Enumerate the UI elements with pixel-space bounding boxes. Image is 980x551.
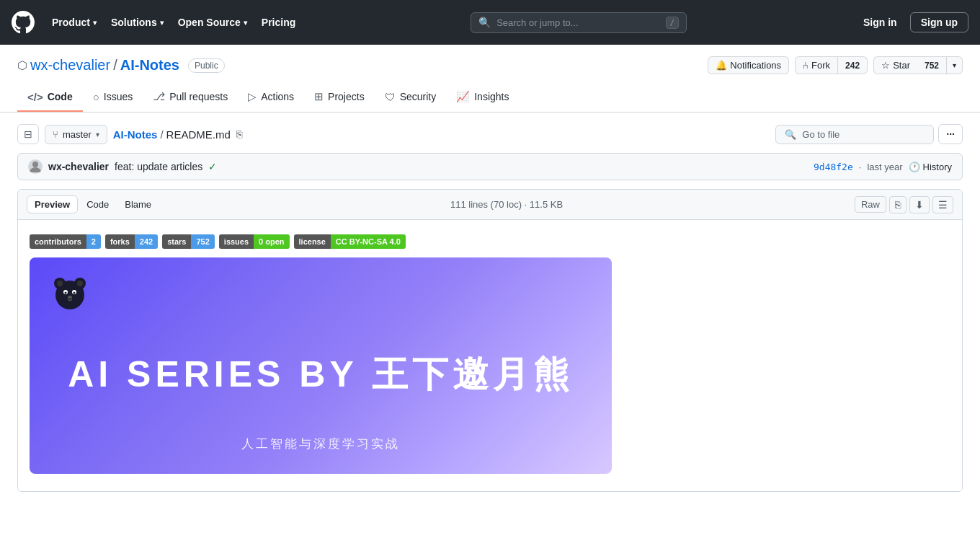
bear-logo (50, 273, 90, 314)
raw-button[interactable]: Raw (855, 196, 886, 213)
repo-actions: 🔔 Notifications ⑃ Fork 242 ☆ Star 752 (708, 56, 963, 74)
fork-icon: ⑃ (803, 60, 808, 71)
github-logo[interactable] (12, 11, 35, 34)
search-kbd: / (666, 17, 680, 29)
branch-selector[interactable]: ⑂ master ▾ (45, 125, 107, 144)
main-nav: Product ▾ Solutions ▾ Open Source ▾ Pric… (46, 12, 301, 32)
banner-subtitle: 人工智能与深度学习实战 (50, 436, 592, 452)
chevron-down-icon: ▾ (953, 61, 956, 69)
copy-path-button[interactable]: ⎘ (233, 127, 245, 141)
file-action-buttons: Raw ⎘ ⬇ ☰ (855, 196, 953, 213)
commit-status-icon: ✓ (208, 161, 217, 172)
sign-in-button[interactable]: Sign in (856, 13, 904, 32)
header-auth: Sign in Sign up (856, 12, 968, 32)
go-to-file-box[interactable]: 🔍 Go to file (775, 125, 934, 144)
projects-icon: ⊞ (314, 90, 324, 103)
star-icon: ☆ (881, 60, 890, 71)
repo-slash: / (113, 57, 117, 74)
star-button[interactable]: ☆ Star (873, 56, 917, 74)
repo-type-icon: ⬡ (17, 58, 27, 72)
file-content: contributors 2 forks 242 stars 752 issue… (18, 220, 962, 491)
nav-product[interactable]: Product ▾ (46, 12, 102, 32)
tab-preview[interactable]: Preview (27, 195, 78, 213)
commit-message: feat: update articles (115, 161, 202, 172)
bell-icon: 🔔 (716, 60, 727, 71)
site-header: Product ▾ Solutions ▾ Open Source ▾ Pric… (0, 0, 980, 45)
svg-point-0 (32, 162, 38, 167)
insights-icon: 📈 (456, 90, 470, 103)
search-icon: 🔍 (785, 129, 796, 140)
code-icon: </> (27, 91, 43, 103)
commit-dot-separator: · (859, 162, 862, 172)
repo-tabs: </> Code ○ Issues ⎇ Pull requests ▷ Acti… (17, 83, 963, 112)
star-count-button[interactable]: 752 (917, 56, 946, 74)
tab-code[interactable]: Code (79, 195, 116, 213)
breadcrumb-bar: ⊟ ⑂ master ▾ AI-Notes / README.md ⎘ 🔍 Go… (17, 124, 963, 144)
tab-insights[interactable]: 📈 Insights (446, 83, 519, 112)
issue-icon: ○ (93, 91, 99, 103)
copy-button[interactable]: ⎘ (889, 196, 906, 213)
commit-author-link[interactable]: wx-chevalier (48, 161, 109, 172)
nav-pricing[interactable]: Pricing (256, 12, 301, 32)
repo-name-link[interactable]: AI-Notes (120, 57, 179, 74)
repo-owner-link[interactable]: wx-chevalier (30, 57, 110, 74)
star-caret-button[interactable]: ▾ (946, 56, 963, 74)
file-meta-info: 111 lines (70 loc) · 11.5 KB (450, 199, 563, 210)
svg-point-4 (57, 281, 63, 286)
chevron-down-icon: ▾ (96, 131, 99, 138)
tab-projects[interactable]: ⊞ Projects (304, 83, 375, 112)
list-view-button[interactable]: ☰ (932, 196, 953, 213)
contributors-badge[interactable]: contributors 2 (30, 234, 101, 249)
repo-header: ⬡ wx-chevalier / AI-Notes Public 🔔 Notif… (0, 45, 980, 113)
commit-hash-link[interactable]: 9d48f2e (814, 162, 853, 172)
repo-title-row: ⬡ wx-chevalier / AI-Notes Public 🔔 Notif… (17, 56, 963, 74)
notifications-button[interactable]: 🔔 Notifications (708, 56, 789, 74)
search-box[interactable]: 🔍 Search or jump to... / (471, 12, 687, 33)
chevron-down-icon: ▾ (244, 19, 247, 27)
issues-badge[interactable]: issues 0 open (219, 234, 290, 249)
forks-badge[interactable]: forks 242 (105, 234, 158, 249)
nav-solutions[interactable]: Solutions ▾ (105, 12, 169, 32)
actions-icon: ▷ (248, 90, 257, 103)
commit-time: last year (867, 162, 902, 172)
breadcrumb-separator: / (160, 128, 163, 141)
stars-badge[interactable]: stars 752 (162, 234, 215, 249)
banner-image: AI SERIES BY 王下邀月熊 人工智能与深度学习实战 (30, 257, 612, 474)
tab-blame[interactable]: Blame (117, 195, 159, 213)
pr-icon: ⎇ (153, 90, 165, 103)
fork-group: ⑃ Fork 242 (795, 56, 868, 74)
commit-meta: 9d48f2e · last year 🕐 History (814, 162, 952, 172)
file-view-tabs: Preview Code Blame (27, 195, 159, 213)
more-options-button[interactable]: ··· (938, 124, 963, 144)
banner-title: AI SERIES BY 王下邀月熊 (50, 355, 592, 394)
chevron-down-icon: ▾ (93, 19, 97, 27)
download-button[interactable]: ⬇ (909, 196, 930, 213)
sign-up-button[interactable]: Sign up (910, 12, 968, 32)
tab-code[interactable]: </> Code (17, 83, 83, 112)
svg-point-8 (65, 292, 67, 294)
svg-point-10 (68, 296, 72, 299)
tab-issues[interactable]: ○ Issues (83, 83, 143, 112)
header-search: 🔍 Search or jump to... / (313, 12, 845, 33)
fork-count-button[interactable]: 242 (837, 56, 868, 74)
file-viewer-header: Preview Code Blame 111 lines (70 loc) · … (18, 190, 962, 220)
fork-button[interactable]: ⑃ Fork (795, 56, 837, 74)
sidebar-toggle[interactable]: ⊟ (17, 124, 39, 144)
nav-open-source[interactable]: Open Source ▾ (172, 12, 253, 32)
star-group: ☆ Star 752 ▾ (873, 56, 963, 74)
tab-pull-requests[interactable]: ⎇ Pull requests (143, 83, 238, 112)
commit-info: wx-chevalier feat: update articles ✓ (28, 159, 217, 174)
branch-icon: ⑂ (53, 129, 58, 140)
breadcrumb-root-link[interactable]: AI-Notes (113, 128, 158, 141)
history-button[interactable]: 🕐 History (909, 162, 952, 172)
repo-title: ⬡ wx-chevalier / AI-Notes Public (17, 57, 225, 74)
commit-bar: wx-chevalier feat: update articles ✓ 9d4… (17, 153, 963, 180)
chevron-down-icon: ▾ (160, 19, 164, 27)
breadcrumb-file: README.md (166, 128, 231, 141)
badges-row: contributors 2 forks 242 stars 752 issue… (18, 220, 962, 257)
license-badge[interactable]: license CC BY-NC-SA 4.0 (294, 234, 406, 249)
svg-point-5 (77, 281, 83, 286)
tab-security[interactable]: 🛡 Security (375, 83, 447, 112)
tab-actions[interactable]: ▷ Actions (238, 83, 304, 112)
history-icon: 🕐 (909, 162, 920, 172)
